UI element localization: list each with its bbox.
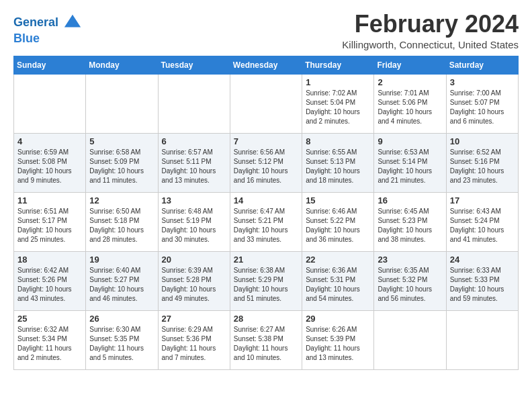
header-thursday: Thursday bbox=[302, 56, 374, 74]
calendar-cell bbox=[446, 310, 518, 369]
calendar-cell: 26Sunrise: 6:30 AM Sunset: 5:35 PM Dayli… bbox=[86, 310, 158, 369]
calendar-table: SundayMondayTuesdayWednesdayThursdayFrid… bbox=[13, 56, 519, 370]
day-info: Sunrise: 6:26 AM Sunset: 5:39 PM Dayligh… bbox=[306, 325, 370, 363]
calendar-cell: 12Sunrise: 6:50 AM Sunset: 5:18 PM Dayli… bbox=[86, 192, 158, 251]
day-number: 3 bbox=[450, 77, 515, 87]
calendar-cell: 9Sunrise: 6:53 AM Sunset: 5:14 PM Daylig… bbox=[374, 133, 446, 192]
calendar-cell: 16Sunrise: 6:45 AM Sunset: 5:23 PM Dayli… bbox=[374, 192, 446, 251]
day-number: 21 bbox=[234, 255, 298, 265]
calendar-cell: 1Sunrise: 7:02 AM Sunset: 5:04 PM Daylig… bbox=[302, 74, 374, 133]
calendar-week-row: 25Sunrise: 6:32 AM Sunset: 5:34 PM Dayli… bbox=[14, 310, 519, 369]
day-info: Sunrise: 6:42 AM Sunset: 5:26 PM Dayligh… bbox=[17, 266, 82, 304]
calendar-cell: 8Sunrise: 6:55 AM Sunset: 5:13 PM Daylig… bbox=[302, 133, 374, 192]
day-info: Sunrise: 7:01 AM Sunset: 5:06 PM Dayligh… bbox=[378, 89, 442, 126]
day-info: Sunrise: 6:30 AM Sunset: 5:35 PM Dayligh… bbox=[89, 325, 154, 363]
calendar-header-row: SundayMondayTuesdayWednesdayThursdayFrid… bbox=[14, 56, 519, 74]
calendar-cell: 14Sunrise: 6:47 AM Sunset: 5:21 PM Dayli… bbox=[230, 192, 302, 251]
calendar-cell: 13Sunrise: 6:48 AM Sunset: 5:19 PM Dayli… bbox=[158, 192, 230, 251]
day-number: 6 bbox=[162, 136, 226, 146]
day-info: Sunrise: 6:33 AM Sunset: 5:33 PM Dayligh… bbox=[450, 266, 515, 304]
calendar-cell bbox=[14, 74, 86, 133]
calendar-cell bbox=[86, 74, 158, 133]
calendar-cell bbox=[230, 74, 302, 133]
day-info: Sunrise: 6:27 AM Sunset: 5:38 PM Dayligh… bbox=[234, 325, 298, 363]
calendar-cell: 5Sunrise: 6:58 AM Sunset: 5:09 PM Daylig… bbox=[86, 133, 158, 192]
day-number: 15 bbox=[306, 195, 370, 205]
day-number: 23 bbox=[378, 255, 442, 265]
day-info: Sunrise: 6:56 AM Sunset: 5:12 PM Dayligh… bbox=[234, 148, 298, 185]
title-area: February 2024 Killingworth, Connecticut,… bbox=[342, 11, 519, 50]
day-info: Sunrise: 6:58 AM Sunset: 5:09 PM Dayligh… bbox=[89, 148, 154, 185]
day-number: 18 bbox=[17, 255, 82, 265]
calendar-week-row: 1Sunrise: 7:02 AM Sunset: 5:04 PM Daylig… bbox=[14, 74, 519, 133]
day-number: 1 bbox=[306, 77, 370, 87]
calendar-cell: 21Sunrise: 6:38 AM Sunset: 5:29 PM Dayli… bbox=[230, 251, 302, 310]
calendar-cell: 2Sunrise: 7:01 AM Sunset: 5:06 PM Daylig… bbox=[374, 74, 446, 133]
day-number: 26 bbox=[89, 314, 154, 324]
logo: General Blue bbox=[13, 13, 82, 46]
calendar-cell: 22Sunrise: 6:36 AM Sunset: 5:31 PM Dayli… bbox=[302, 251, 374, 310]
day-info: Sunrise: 6:59 AM Sunset: 5:08 PM Dayligh… bbox=[17, 148, 82, 185]
calendar-cell: 11Sunrise: 6:51 AM Sunset: 5:17 PM Dayli… bbox=[14, 192, 86, 251]
day-number: 2 bbox=[378, 77, 442, 87]
calendar-cell: 17Sunrise: 6:43 AM Sunset: 5:24 PM Dayli… bbox=[446, 192, 518, 251]
calendar-week-row: 11Sunrise: 6:51 AM Sunset: 5:17 PM Dayli… bbox=[14, 192, 519, 251]
logo-line2: Blue bbox=[13, 32, 82, 46]
day-info: Sunrise: 6:40 AM Sunset: 5:27 PM Dayligh… bbox=[89, 266, 154, 304]
day-number: 20 bbox=[162, 255, 226, 265]
day-info: Sunrise: 6:57 AM Sunset: 5:11 PM Dayligh… bbox=[162, 148, 226, 185]
calendar-cell bbox=[374, 310, 446, 369]
calendar-cell: 28Sunrise: 6:27 AM Sunset: 5:38 PM Dayli… bbox=[230, 310, 302, 369]
day-info: Sunrise: 6:48 AM Sunset: 5:19 PM Dayligh… bbox=[162, 207, 226, 244]
day-number: 14 bbox=[234, 195, 298, 205]
day-info: Sunrise: 7:00 AM Sunset: 5:07 PM Dayligh… bbox=[450, 89, 515, 126]
calendar-cell bbox=[158, 74, 230, 133]
day-info: Sunrise: 6:29 AM Sunset: 5:36 PM Dayligh… bbox=[162, 325, 226, 363]
day-number: 13 bbox=[162, 195, 226, 205]
day-number: 12 bbox=[89, 195, 154, 205]
calendar-cell: 23Sunrise: 6:35 AM Sunset: 5:32 PM Dayli… bbox=[374, 251, 446, 310]
calendar-cell: 7Sunrise: 6:56 AM Sunset: 5:12 PM Daylig… bbox=[230, 133, 302, 192]
day-info: Sunrise: 6:36 AM Sunset: 5:31 PM Dayligh… bbox=[306, 266, 370, 304]
day-info: Sunrise: 6:45 AM Sunset: 5:23 PM Dayligh… bbox=[378, 207, 442, 244]
calendar-week-row: 4Sunrise: 6:59 AM Sunset: 5:08 PM Daylig… bbox=[14, 133, 519, 192]
calendar-cell: 19Sunrise: 6:40 AM Sunset: 5:27 PM Dayli… bbox=[86, 251, 158, 310]
day-number: 25 bbox=[17, 314, 82, 324]
location-title: Killingworth, Connecticut, United States bbox=[342, 39, 519, 50]
day-number: 17 bbox=[450, 195, 515, 205]
day-info: Sunrise: 6:39 AM Sunset: 5:28 PM Dayligh… bbox=[162, 266, 226, 304]
calendar-cell: 29Sunrise: 6:26 AM Sunset: 5:39 PM Dayli… bbox=[302, 310, 374, 369]
calendar-cell: 27Sunrise: 6:29 AM Sunset: 5:36 PM Dayli… bbox=[158, 310, 230, 369]
day-number: 5 bbox=[89, 136, 154, 146]
day-info: Sunrise: 6:38 AM Sunset: 5:29 PM Dayligh… bbox=[234, 266, 298, 304]
day-info: Sunrise: 6:32 AM Sunset: 5:34 PM Dayligh… bbox=[17, 325, 82, 363]
day-number: 10 bbox=[450, 136, 515, 146]
header-wednesday: Wednesday bbox=[230, 56, 302, 74]
day-number: 28 bbox=[234, 314, 298, 324]
day-info: Sunrise: 6:35 AM Sunset: 5:32 PM Dayligh… bbox=[378, 266, 442, 304]
calendar-cell: 6Sunrise: 6:57 AM Sunset: 5:11 PM Daylig… bbox=[158, 133, 230, 192]
day-number: 9 bbox=[378, 136, 442, 146]
day-info: Sunrise: 6:43 AM Sunset: 5:24 PM Dayligh… bbox=[450, 207, 515, 244]
calendar-week-row: 18Sunrise: 6:42 AM Sunset: 5:26 PM Dayli… bbox=[14, 251, 519, 310]
calendar-cell: 25Sunrise: 6:32 AM Sunset: 5:34 PM Dayli… bbox=[14, 310, 86, 369]
day-info: Sunrise: 6:53 AM Sunset: 5:14 PM Dayligh… bbox=[378, 148, 442, 185]
day-number: 16 bbox=[378, 195, 442, 205]
day-info: Sunrise: 6:52 AM Sunset: 5:16 PM Dayligh… bbox=[450, 148, 515, 185]
header-sunday: Sunday bbox=[14, 56, 86, 74]
logo-line1: General bbox=[13, 13, 82, 32]
day-info: Sunrise: 6:46 AM Sunset: 5:22 PM Dayligh… bbox=[306, 207, 370, 244]
day-number: 11 bbox=[17, 195, 82, 205]
day-info: Sunrise: 6:47 AM Sunset: 5:21 PM Dayligh… bbox=[234, 207, 298, 244]
header-friday: Friday bbox=[374, 56, 446, 74]
calendar-cell: 18Sunrise: 6:42 AM Sunset: 5:26 PM Dayli… bbox=[14, 251, 86, 310]
day-info: Sunrise: 6:51 AM Sunset: 5:17 PM Dayligh… bbox=[17, 207, 82, 244]
calendar-cell: 4Sunrise: 6:59 AM Sunset: 5:08 PM Daylig… bbox=[14, 133, 86, 192]
day-number: 8 bbox=[306, 136, 370, 146]
svg-marker-0 bbox=[64, 15, 81, 28]
calendar-cell: 20Sunrise: 6:39 AM Sunset: 5:28 PM Dayli… bbox=[158, 251, 230, 310]
calendar-cell: 24Sunrise: 6:33 AM Sunset: 5:33 PM Dayli… bbox=[446, 251, 518, 310]
calendar-cell: 3Sunrise: 7:00 AM Sunset: 5:07 PM Daylig… bbox=[446, 74, 518, 133]
header-tuesday: Tuesday bbox=[158, 56, 230, 74]
day-number: 27 bbox=[162, 314, 226, 324]
